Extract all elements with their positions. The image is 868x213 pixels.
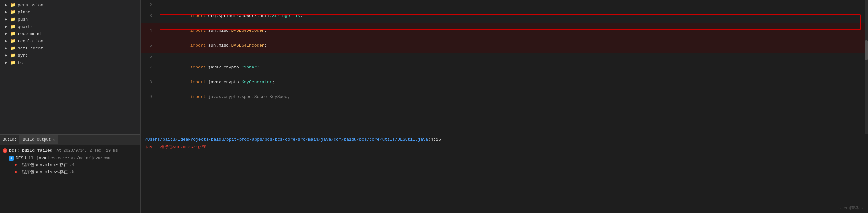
expand-arrow: ▶	[5, 61, 9, 64]
folder-icon: 📁	[10, 2, 16, 7]
build-file-row: J DESUtil.java bcs-core/src/main/java/co…	[0, 155, 141, 161]
expand-arrow: ▶	[5, 32, 9, 36]
code-line-6: 6	[141, 53, 868, 60]
build-file-label: DESUtil.java	[16, 156, 46, 161]
semicolon: ;	[265, 28, 267, 33]
import-faded: javax.crypto.spec.SecretKeySpec;	[208, 95, 290, 99]
line-number: 9	[141, 95, 157, 99]
sidebar-item-label: recommend	[18, 31, 40, 36]
class-name-keygenerator: KeyGenerator	[242, 80, 272, 84]
expand-arrow: ▶	[5, 3, 9, 7]
error-main-text: java: 程序包sun.misc不存在	[145, 144, 206, 150]
expand-arrow: ▶	[5, 53, 9, 57]
sidebar-item-label: push	[18, 17, 28, 22]
code-line-9: 9 import javax.crypto.spec.SecretKeySpec…	[141, 89, 868, 104]
scrollbar-thumb[interactable]	[865, 40, 868, 60]
error-text-2: 程序包sun.misc不存在	[22, 169, 67, 175]
line-content: import org.springframework.util.StringUt…	[157, 8, 868, 23]
sidebar-item-label: plane	[18, 10, 30, 15]
keyword-import-strikethrough: import	[190, 95, 209, 99]
error-item-1: ● 程序包sun.misc不存在 :4	[0, 161, 141, 168]
line-number: 8	[141, 80, 157, 84]
sidebar-item-permission[interactable]: ▶ 📁 permission	[0, 1, 141, 8]
package-name: org.springframework.util.	[208, 14, 272, 18]
code-editor: 2 3 import org.springframework.util.Stri…	[141, 0, 868, 134]
line-number: 3	[141, 14, 157, 18]
keyword-import: import	[190, 14, 209, 18]
sidebar-item-push[interactable]: ▶ 📁 push	[0, 16, 141, 23]
semicolon: ;	[265, 43, 267, 48]
expand-arrow: ▶	[5, 39, 9, 43]
build-output-detail: /Users/baidu/IdeaProjects/baidu/bpit-pro…	[141, 134, 868, 213]
class-name-base64encoder: BASE64Encoder	[231, 43, 264, 48]
keyword-import: import	[190, 43, 209, 48]
sidebar-item-settlement[interactable]: ▶ 📁 settlement	[0, 45, 141, 52]
keyword-import: import	[190, 28, 209, 33]
class-name-base64decoder: BASE64Decoder	[231, 28, 264, 33]
folder-icon: 📁	[10, 53, 16, 58]
error-line-1: :4	[70, 163, 74, 167]
sidebar-item-quartz[interactable]: ▶ 📁 quartz	[0, 23, 141, 30]
sidebar-item-label: permission	[18, 3, 43, 7]
line-number: 4	[141, 28, 157, 33]
bottom-panel: Build: Build Output ✕ ✕ bcs: build faile…	[0, 134, 868, 213]
code-line-8: 8 import javax.crypto.KeyGenerator;	[141, 75, 868, 89]
error-icon-2: ●	[14, 169, 17, 175]
sidebar-item-regulation[interactable]: ▶ 📁 regulation	[0, 37, 141, 45]
folder-icon: 📁	[10, 38, 16, 44]
package-name: sun.misc.	[208, 43, 231, 48]
code-line-5: 5 import sun.misc.BASE64Encoder;	[141, 38, 868, 53]
line-content: import sun.misc.BASE64Decoder;	[157, 23, 868, 38]
sidebar-item-sync[interactable]: ▶ 📁 sync	[0, 52, 141, 59]
semicolon: ;	[300, 14, 303, 18]
folder-icon: 📁	[10, 17, 16, 22]
semicolon: ;	[272, 80, 275, 84]
folder-icon: 📁	[10, 31, 16, 36]
error-text-1: 程序包sun.misc不存在	[22, 162, 67, 168]
build-failed-header: ✕ bcs: build failed At 2023/9/14, 2 sec,…	[0, 146, 141, 155]
build-file-path: bcs-core/src/main/java/com	[49, 156, 110, 161]
sidebar-item-recommend[interactable]: ▶ 📁 recommend	[0, 30, 141, 37]
path-line-ref: :4:16	[428, 137, 441, 142]
build-failed-icon: ✕	[3, 149, 7, 153]
build-path-row: /Users/baidu/IdeaProjects/baidu/bpit-pro…	[145, 137, 864, 142]
error-main-row: java: 程序包sun.misc不存在	[145, 144, 864, 150]
path-link[interactable]: /Users/baidu/IdeaProjects/baidu/bpit-pro…	[145, 137, 428, 142]
folder-icon: 📁	[10, 60, 16, 65]
sidebar-tree: ▶ 📁 permission ▶ 📁 plane ▶ 📁 push ▶ 📁	[0, 0, 141, 134]
sidebar-item-plane[interactable]: ▶ 📁 plane	[0, 8, 141, 16]
java-file-icon: J	[9, 156, 14, 161]
keyword-import: import	[190, 80, 209, 84]
line-content: import javax.crypto.Cipher;	[157, 60, 868, 75]
expand-arrow: ▶	[5, 10, 9, 14]
sidebar-item-label: quartz	[18, 24, 33, 29]
error-icon-1: ●	[14, 162, 17, 167]
tabs-row: Build: Build Output ✕	[0, 134, 141, 145]
sidebar-item-label: settlement	[18, 46, 43, 51]
line-number: 2	[141, 3, 157, 7]
expand-arrow: ▶	[5, 46, 9, 50]
tab-label: Build Output	[23, 137, 51, 142]
package-name: sun.misc.	[208, 28, 231, 33]
watermark: CSDN @茉鸟03	[838, 206, 863, 210]
expand-arrow: ▶	[5, 25, 9, 28]
code-lines: 2 3 import org.springframework.util.Stri…	[141, 0, 868, 134]
line-number: 5	[141, 43, 157, 48]
semicolon: ;	[257, 65, 259, 70]
scrollbar-track[interactable]	[865, 0, 868, 134]
build-output-tab[interactable]: Build Output ✕	[19, 135, 58, 144]
line-number: 7	[141, 65, 157, 70]
sidebar: ▶ 📁 permission ▶ 📁 plane ▶ 📁 push ▶ 📁	[0, 0, 141, 134]
package-name: javax.crypto.	[208, 65, 241, 70]
error-item-2: ● 程序包sun.misc不存在 :5	[0, 168, 141, 176]
line-number: 6	[141, 54, 157, 59]
line-content: import sun.misc.BASE64Encoder;	[157, 38, 868, 53]
sidebar-item-label: regulation	[18, 39, 43, 44]
folder-icon: 📁	[10, 46, 16, 51]
class-name: StringUtils	[272, 14, 300, 18]
sidebar-item-tc[interactable]: ▶ 📁 tc	[0, 59, 141, 66]
sidebar-item-label: sync	[18, 53, 28, 58]
sidebar-bottom: Build: Build Output ✕ ✕ bcs: build faile…	[0, 134, 141, 213]
package-name: javax.crypto.	[208, 80, 241, 84]
tab-close-icon[interactable]: ✕	[53, 138, 55, 141]
